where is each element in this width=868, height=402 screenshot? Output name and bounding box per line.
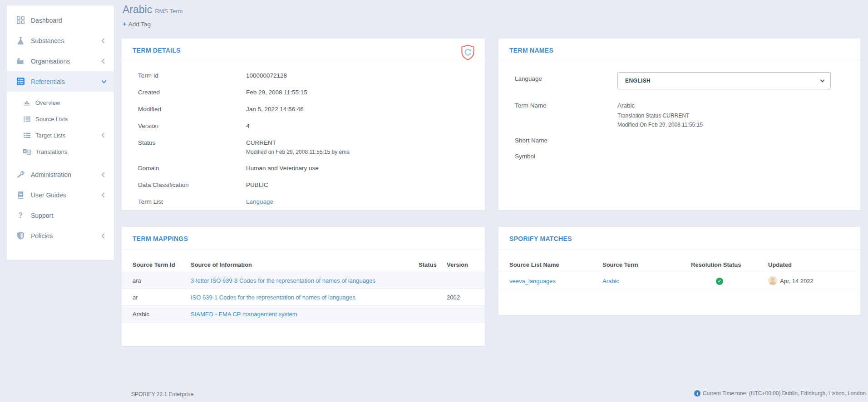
shield-refresh-icon[interactable] [461,44,475,63]
source-of-information-link[interactable]: SIAMED - EMA CP management system [191,311,419,318]
table-row: ar ISO 639-1 Codes for the representatio… [122,289,485,306]
sidebar-subitem-target-lists[interactable]: Target Lists [7,127,114,143]
chevron-left-icon [101,132,106,137]
updated-cell: Apr, 14 2022 [768,276,849,286]
chevron-down-icon [820,78,825,83]
flask-icon [16,37,25,44]
detail-label: Term Id [138,72,246,79]
sidebar-subitem-label: Source Lists [35,116,68,123]
chevron-down-icon [101,78,106,83]
bar-chart-icon [23,99,31,106]
term-names-card: TERM NAMES Language ENGLISH Term Name Ar… [498,39,860,210]
status-note: Modified on Feb 29, 2008 11:55:15 by ema [246,149,350,156]
col-version: Version [447,261,474,268]
info-icon: i [694,390,700,397]
detail-value: CURRENT Modified on Feb 29, 2008 11:55:1… [246,139,350,156]
sidebar-subitem-translations[interactable]: Ax Translations [7,143,114,160]
term-name-row: Term Name Arabic Translation Status CURR… [509,102,849,128]
col-source-term-id: Source Term Id [133,261,191,268]
table-row: ara 3-letter ISO 639-3 Codes for the rep… [122,272,485,289]
source-term-id-cell: ar [133,294,191,301]
sidebar-item-support[interactable]: ? Support [7,205,114,226]
col-resolution-status: Resolution Status [691,261,768,268]
sidebar-item-referentials[interactable]: Referentials [7,71,114,92]
referentials-list-icon [16,78,25,85]
sporify-matches-title: SPORIFY MATCHES [498,227,860,242]
chevron-left-icon [101,172,106,177]
col-source-term: Source Term [602,261,691,268]
modified-on-note: Modified On Feb 29, 2008 11:55:15 [617,122,703,128]
sidebar-subitem-label: Overview [35,99,60,106]
detail-label: Created [138,89,246,96]
detail-row-term-list: Term List Language [133,194,474,211]
svg-text:A: A [24,149,26,152]
detail-label: Status [138,139,246,146]
sporify-matches-header-row: Source List Name Source Term Resolution … [498,258,860,272]
term-mappings-title: TERM MAPPINGS [122,227,485,242]
source-term-link[interactable]: Arabic [602,278,691,284]
dashboard-grid-icon [16,16,25,24]
detail-value: Jan 5, 2022 14:56:46 [246,106,304,113]
term-mappings-header-row: Source Term Id Source of Information Sta… [122,258,485,272]
language-label: Language [509,75,617,82]
referentials-submenu: Overview Source Lists Target Lists Ax Tr… [7,92,114,164]
divider [122,249,485,250]
sidebar-item-label: User Guides [31,191,66,199]
sidebar-item-label: Organisations [31,58,70,65]
detail-value: Human and Veterinary use [246,165,319,172]
wrench-icon [16,171,25,178]
question-mark-icon: ? [16,211,25,220]
table-row: Arabic SIAMED - EMA CP management system [122,306,485,323]
sidebar-item-label: Administration [31,171,71,178]
col-source-list-name: Source List Name [509,261,602,268]
sidebar-subitem-overview[interactable]: Overview [7,94,114,111]
detail-value: 4 [246,123,250,130]
source-of-information-link[interactable]: 3-letter ISO 639-3 Codes for the represe… [191,277,419,284]
language-select[interactable]: ENGLISH [617,72,831,89]
sidebar-subitem-source-lists[interactable]: Source Lists [7,111,114,127]
detail-value: Feb 29, 2008 11:55:15 [246,89,307,97]
list-icon [23,116,31,122]
timezone-text: Current Timezone: (UTC+00:00) Dublin, Ed… [703,390,866,397]
factory-icon [16,58,25,64]
term-mappings-card: TERM MAPPINGS Source Term Id Source of I… [122,227,485,346]
sidebar-item-label: Substances [31,37,64,44]
short-name-row: Short Name [509,137,849,144]
source-of-information-link[interactable]: ISO 639-1 Codes for the representation o… [191,294,419,301]
detail-label: Version [138,123,246,129]
updated-date: Apr, 14 2022 [780,278,814,284]
sidebar-item-administration[interactable]: Administration [7,164,114,185]
term-name-value: Arabic [617,102,703,110]
col-updated: Updated [768,261,849,268]
check-circle-icon: ✓ [716,278,723,285]
version-cell: 2002 [447,294,474,301]
svg-text:x: x [28,150,30,153]
add-tag-button[interactable]: +Add Tag [123,20,151,28]
sidebar-item-organisations[interactable]: Organisations [7,51,114,71]
chevron-left-icon [101,192,106,197]
sidebar-item-label: Referentials [31,78,65,85]
sidebar-item-label: Support [31,212,53,219]
detail-label: Data Classification [138,181,246,188]
term-name-value-block: Arabic Translation Status CURRENT Modifi… [617,102,703,128]
detail-row-created: Created Feb 29, 2008 11:55:15 [133,84,474,101]
term-details-title: TERM DETAILS [122,39,485,54]
term-details-card: TERM DETAILS Term Id 100000072128 Create… [122,39,485,210]
sidebar-subitem-label: Translations [35,148,67,155]
translate-icon: Ax [23,149,31,155]
sidebar-item-label: Policies [31,232,53,240]
sidebar-item-substances[interactable]: Substances [7,30,114,51]
symbol-label: Symbol [509,153,617,160]
shield-icon [16,232,25,240]
detail-row-version: Version 4 [133,118,474,135]
term-type-label: RMS Term [155,8,182,15]
avatar [768,276,777,286]
sidebar-item-policies[interactable]: Policies [7,226,114,246]
sidebar-item-dashboard[interactable]: Dashboard [7,10,114,30]
chevron-left-icon [101,233,106,238]
sidebar-item-user-guides[interactable]: User Guides [7,185,114,205]
chevron-left-icon [101,38,106,43]
term-list-link[interactable]: Language [246,198,273,206]
source-list-name-link[interactable]: veeva_languages [509,278,602,284]
resolution-status-cell: ✓ [691,277,768,285]
